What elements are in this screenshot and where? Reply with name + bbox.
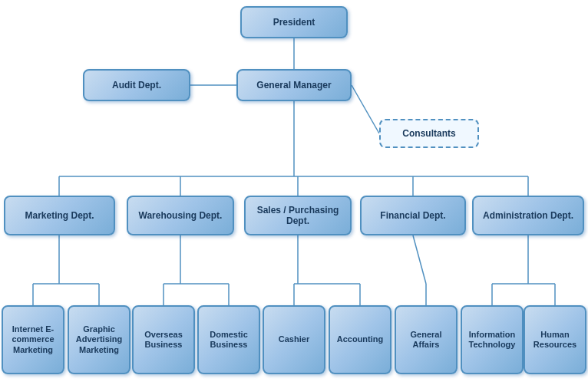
financial-dept-node: Financial Dept. [360,196,466,235]
audit-dept-node: Audit Dept. [83,69,190,101]
internet-node: Internet E-commerce Marketing [2,305,64,374]
hr-node: Human Resources [524,305,586,374]
general-affairs-node: General Affairs [395,305,458,374]
marketing-dept-node: Marketing Dept. [4,196,115,235]
overseas-node: Overseas Business [132,305,195,374]
consultants-node: Consultants [379,119,479,148]
info-tech-node: Information Technology [461,305,524,374]
admin-dept-node: Administration Dept. [472,196,584,235]
graphic-node: Graphic Advertising Marketing [68,305,130,374]
org-chart: President Audit Dept. General Manager Co… [0,0,588,385]
svg-line-26 [413,235,426,284]
domestic-node: Domestic Business [197,305,260,374]
president-node: President [240,6,348,38]
svg-line-2 [352,85,379,133]
sales-dept-node: Sales / Purchasing Dept. [244,196,352,235]
warehousing-dept-node: Warehousing Dept. [127,196,234,235]
general-manager-node: General Manager [236,69,352,101]
cashier-node: Cashier [263,305,325,374]
accounting-node: Accounting [329,305,391,374]
